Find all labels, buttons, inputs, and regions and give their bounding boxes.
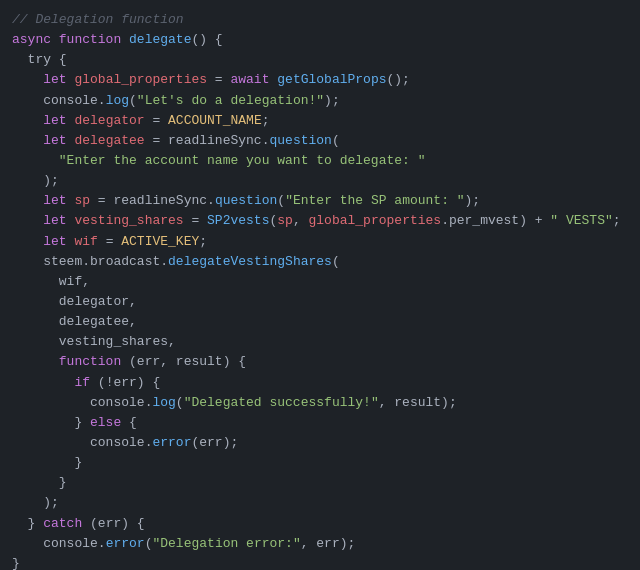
code-line: "Enter the account name you want to dele… — [0, 151, 640, 171]
code-token: let — [43, 232, 74, 252]
code-token: vesting_shares — [12, 332, 168, 352]
code-token: ( — [332, 131, 340, 151]
code-token: } — [12, 413, 90, 433]
code-line: console.error("Delegation error:", err); — [0, 534, 640, 554]
code-token: delegate — [129, 30, 191, 50]
code-line: delegatee, — [0, 312, 640, 332]
code-line: function (err, result) { — [0, 352, 640, 372]
code-token: , err); — [301, 534, 356, 554]
code-token: delegateVestingShares — [168, 252, 332, 272]
code-token: await — [230, 70, 277, 90]
code-token: steem — [12, 252, 82, 272]
code-token: ( — [277, 191, 285, 211]
code-token: vesting_shares — [74, 211, 183, 231]
code-token: = — [98, 232, 121, 252]
code-token: "Enter the account name you want to dele… — [59, 151, 426, 171]
code-token: sp — [277, 211, 293, 231]
code-token: wif — [12, 272, 82, 292]
code-token — [12, 131, 43, 151]
code-token: ); — [12, 171, 59, 191]
code-token: } — [12, 514, 43, 534]
code-token: . — [82, 252, 90, 272]
code-token: "Delegated successfully!" — [184, 393, 379, 413]
code-token: console — [12, 393, 145, 413]
code-token: log — [106, 91, 129, 111]
code-line: if (!err) { — [0, 373, 640, 393]
code-token: . — [145, 433, 153, 453]
code-token: global_properties — [309, 211, 442, 231]
code-token: delegator — [74, 111, 144, 131]
code-token: } — [12, 554, 20, 570]
code-token: let — [43, 211, 74, 231]
code-token: , — [82, 272, 90, 292]
code-token: log — [152, 393, 175, 413]
code-token — [12, 151, 59, 171]
code-token: () { — [191, 30, 222, 50]
code-token: console — [12, 91, 98, 111]
code-token: . — [145, 393, 153, 413]
code-token: = — [207, 70, 230, 90]
code-editor: // Delegation functionasync function del… — [0, 0, 640, 570]
code-line: delegator, — [0, 292, 640, 312]
code-token: if — [74, 373, 90, 393]
code-token: catch — [43, 514, 82, 534]
code-token: . — [262, 131, 270, 151]
code-line: } — [0, 473, 640, 493]
code-token — [12, 70, 43, 90]
code-line: let delegator = ACCOUNT_NAME; — [0, 111, 640, 131]
code-token: ; — [199, 232, 207, 252]
code-token: (err); — [191, 433, 238, 453]
code-token: . — [98, 534, 106, 554]
code-line: } — [0, 554, 640, 570]
code-token: delegatee — [74, 131, 144, 151]
code-token: "Let's do a delegation!" — [137, 91, 324, 111]
code-token: ( — [176, 393, 184, 413]
code-token: // Delegation function — [12, 10, 184, 30]
code-line: } else { — [0, 413, 640, 433]
code-token: console — [12, 534, 98, 554]
code-token — [12, 211, 43, 231]
code-token: getGlobalProps — [277, 70, 386, 90]
code-token: try { — [12, 50, 67, 70]
code-token: console — [12, 433, 145, 453]
code-token: error — [106, 534, 145, 554]
code-token: (err, result) { — [129, 352, 246, 372]
code-token: . — [207, 191, 215, 211]
code-line: let sp = readlineSync.question("Enter th… — [0, 191, 640, 211]
code-line: let vesting_shares = SP2vests(sp, global… — [0, 211, 640, 231]
code-token: global_properties — [74, 70, 207, 90]
code-token — [12, 352, 59, 372]
code-token: . — [160, 252, 168, 272]
code-token: let — [43, 191, 74, 211]
code-token: , — [293, 211, 309, 231]
code-token: async — [12, 30, 59, 50]
code-token: . — [98, 91, 106, 111]
code-line: steem.broadcast.delegateVestingShares( — [0, 252, 640, 272]
code-token: ( — [269, 211, 277, 231]
code-line: // Delegation function — [0, 10, 640, 30]
code-token: } — [12, 473, 67, 493]
code-token: , — [129, 312, 137, 332]
code-token: error — [152, 433, 191, 453]
code-token: , result); — [379, 393, 457, 413]
code-token: broadcast — [90, 252, 160, 272]
code-token: let — [43, 70, 74, 90]
code-line: } catch (err) { — [0, 514, 640, 534]
code-line: } — [0, 453, 640, 473]
code-token: ACTIVE_KEY — [121, 232, 199, 252]
code-line: console.error(err); — [0, 433, 640, 453]
code-token: = — [145, 111, 168, 131]
code-token: = — [184, 211, 207, 231]
code-token: ); — [324, 91, 340, 111]
code-line: let delegatee = readlineSync.question( — [0, 131, 640, 151]
code-token: ( — [145, 534, 153, 554]
code-token: SP2vests — [207, 211, 269, 231]
code-token: wif — [74, 232, 97, 252]
code-token: { — [121, 413, 137, 433]
code-line: try { — [0, 50, 640, 70]
code-token: ); — [465, 191, 481, 211]
code-line: wif, — [0, 272, 640, 292]
code-token: .per_mvest) + — [441, 211, 550, 231]
code-token — [12, 111, 43, 131]
code-token: sp — [74, 191, 90, 211]
